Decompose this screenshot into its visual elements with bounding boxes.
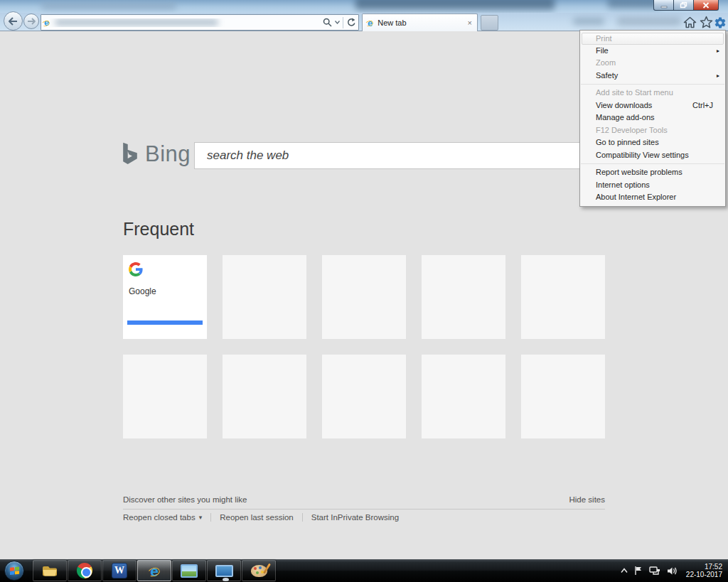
reopen-caret-icon[interactable]: ▾ [199,514,203,521]
bing-logo: Bing [122,141,191,167]
ie-favicon: e [44,18,49,27]
menu-item-label: Compatibility View settings [596,151,689,159]
volume-icon[interactable] [667,566,678,576]
frequent-tile-google[interactable]: Google [123,255,207,339]
windows-logo-icon [9,566,20,576]
menu-item-print[interactable]: Print [582,33,724,45]
menu-item-internet-options[interactable]: Internet options [580,179,725,192]
menu-item-manage-add-ons[interactable]: Manage add-ons [580,112,725,124]
blurred-command-text [617,17,681,26]
tile-activity-bar [127,320,203,325]
menu-item-label: Internet options [596,180,650,189]
reopen-closed-tabs-link[interactable]: Reopen closed tabs [123,513,196,522]
bing-logo-icon [122,142,139,166]
google-chrome-icon [77,563,92,578]
menu-item-file[interactable]: File ▸ [580,45,725,58]
back-button[interactable] [4,11,23,31]
windows-explorer-icon [41,564,58,578]
frequent-tile-empty [422,355,505,438]
frequent-tile-empty [123,355,207,438]
menu-item-label: Manage add-ons [596,113,655,122]
internet-explorer-icon: e [150,564,159,578]
frequent-heading: Frequent [123,219,194,239]
frequent-tile-empty [223,355,306,438]
tab-title: New tab [378,18,462,27]
menu-item-label: Report website problems [596,168,682,176]
menu-item-zoom[interactable]: Zoom [580,57,725,70]
frequent-tile-label: Google [129,286,156,296]
google-logo-icon [129,262,143,276]
close-button[interactable] [693,0,719,11]
taskbar-image-viewer-button[interactable] [172,560,206,581]
restore-button[interactable] [674,0,693,11]
start-inprivate-link[interactable]: Start InPrivate Browsing [311,513,399,522]
menu-item-report-website-problems[interactable]: Report website problems [580,166,725,179]
menu-item-go-to-pinned-sites[interactable]: Go to pinned sites [580,136,725,149]
back-arrow-icon [8,17,18,26]
menu-item-safety[interactable]: Safety ▸ [580,70,725,82]
clock-time: 17:52 [686,563,722,571]
frequent-tile-empty [223,255,306,339]
start-button[interactable] [4,561,24,581]
frequent-tile-empty [322,355,406,438]
reopen-last-session-link[interactable]: Reopen last session [220,513,294,522]
search-dropdown-caret-icon[interactable] [335,21,340,24]
taskbar-internet-explorer-button[interactable]: e [137,560,171,581]
restore-icon [680,1,687,9]
tab-new-tab[interactable]: e New tab × [362,14,478,31]
menu-item-label: Go to pinned sites [596,138,659,146]
show-hidden-icons-button[interactable] [621,568,628,573]
address-bar-divider [343,17,343,28]
menu-item-label: Print [596,34,612,43]
menu-separator [581,163,724,164]
taskbar-windows-explorer-button[interactable] [33,560,67,581]
paint-icon [251,565,267,577]
menu-item-label: File [596,46,609,55]
menu-item-view-downloads[interactable]: View downloads Ctrl+J [580,99,725,112]
tab-close-icon[interactable]: × [468,19,472,27]
submenu-arrow-icon: ▸ [717,45,719,58]
display-settings-icon [215,565,233,577]
blurred-address-text [49,18,323,27]
microsoft-word-icon: W [112,563,127,578]
menu-item-label: About Internet Explorer [596,193,676,201]
image-viewer-icon [181,564,198,578]
menu-item-add-site-to-start-menu[interactable]: Add site to Start menu [580,87,725,99]
network-icon[interactable] [649,566,660,576]
taskbar-paint-button[interactable] [242,560,276,581]
title-bar [0,0,728,13]
new-tab-button[interactable] [481,15,498,31]
hide-sites-link[interactable]: Hide sites [569,495,606,504]
taskbar-microsoft-word-button[interactable]: W [102,560,136,581]
page-footer-row2: Reopen closed tabs ▾ Reopen last session… [123,513,605,522]
taskbar-google-chrome-button[interactable] [68,560,102,581]
action-center-flag-icon[interactable] [634,566,643,576]
address-bar[interactable]: e [41,14,359,31]
forward-button[interactable] [23,14,39,29]
menu-item-f12-developer-tools[interactable]: F12 Developer Tools [580,124,725,137]
taskbar-display-settings-button[interactable] [207,560,241,581]
footer-divider [123,509,605,510]
home-icon[interactable] [683,16,697,29]
menu-item-shortcut: Ctrl+J [692,99,713,112]
menu-separator [581,84,724,85]
refresh-icon[interactable] [346,18,355,27]
bing-search-input[interactable] [194,142,605,169]
blurred-title-text [41,3,176,9]
forward-arrow-icon [27,18,36,25]
tab-favicon: e [368,18,373,28]
clock-date: 22-10-2017 [686,571,722,579]
tools-gear-icon[interactable] [714,16,727,29]
minimize-button[interactable] [653,0,674,11]
search-icon[interactable] [323,18,332,27]
page-footer-row1: Discover other sites you might like Hide… [123,495,605,504]
discover-sites-link[interactable]: Discover other sites you might like [123,495,247,504]
close-icon [702,2,710,9]
taskbar-clock[interactable]: 17:52 22-10-2017 [686,563,722,579]
footer-item-divider [210,513,211,522]
favorites-star-icon[interactable] [700,16,713,29]
window-controls [653,0,719,11]
menu-item-compatibility-view-settings[interactable]: Compatibility View settings [580,149,725,162]
system-tray: 17:52 22-10-2017 [621,560,725,581]
menu-item-about-internet-explorer[interactable]: About Internet Explorer [580,191,725,204]
